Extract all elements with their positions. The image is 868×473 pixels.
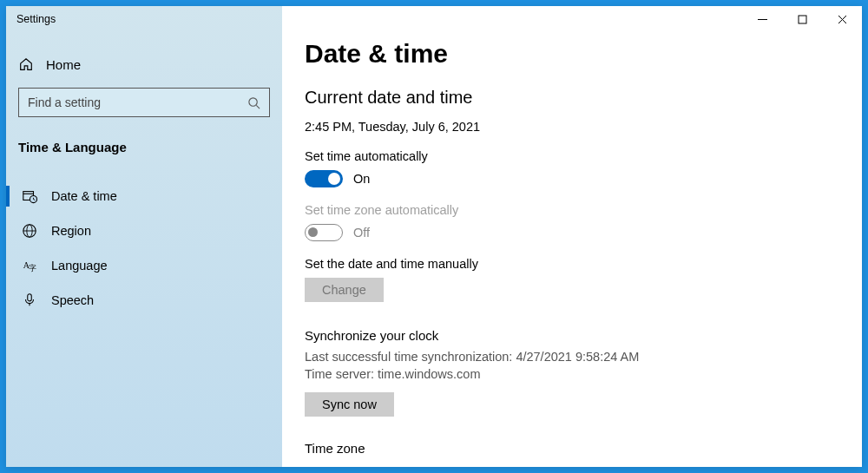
auto-tz-toggle[interactable] — [305, 224, 343, 241]
nav-item-region[interactable]: Region — [6, 214, 282, 248]
globe-icon — [22, 223, 37, 239]
auto-time-state: On — [353, 172, 370, 186]
current-heading: Current date and time — [305, 88, 845, 108]
close-button[interactable] — [822, 6, 862, 32]
nav-label: Language — [51, 259, 108, 273]
nav-label: Speech — [51, 293, 94, 307]
home-icon — [18, 56, 34, 72]
timezone-heading: Time zone — [305, 441, 845, 456]
minimize-button[interactable] — [742, 6, 782, 32]
auto-tz-state: Off — [353, 226, 370, 240]
sidebar: Settings Home Find a setting Time & Lang… — [6, 6, 282, 467]
nav-item-language[interactable]: A字 Language — [6, 248, 282, 283]
window-controls — [742, 6, 862, 32]
main-content: Date & time Current date and time 2:45 P… — [282, 6, 862, 467]
page-title: Date & time — [305, 39, 845, 69]
search-placeholder: Find a setting — [28, 95, 101, 109]
auto-time-label: Set time automatically — [305, 149, 845, 163]
svg-rect-16 — [28, 294, 32, 301]
search-icon — [247, 96, 260, 109]
manual-label: Set the date and time manually — [305, 257, 845, 271]
sync-server: Time server: time.windows.com — [305, 365, 845, 383]
sync-now-button[interactable]: Sync now — [305, 392, 394, 417]
home-link[interactable]: Home — [6, 48, 282, 81]
nav-item-date-time[interactable]: Date & time — [6, 179, 282, 214]
sync-heading: Synchronize your clock — [305, 328, 845, 343]
change-button[interactable]: Change — [305, 278, 384, 302]
maximize-button[interactable] — [782, 6, 822, 32]
auto-time-toggle[interactable] — [305, 170, 343, 187]
nav-label: Region — [51, 224, 91, 238]
svg-line-5 — [256, 105, 260, 108]
nav-item-speech[interactable]: Speech — [6, 283, 282, 318]
current-datetime: 2:45 PM, Tuesday, July 6, 2021 — [305, 120, 845, 134]
sync-last: Last successful time synchronization: 4/… — [305, 348, 845, 365]
category-heading: Time & Language — [6, 129, 282, 167]
language-icon: A字 — [22, 258, 37, 273]
settings-window: Settings Home Find a setting Time & Lang… — [6, 6, 862, 467]
svg-point-4 — [249, 97, 257, 105]
sync-info: Last successful time synchronization: 4/… — [305, 348, 845, 384]
home-label: Home — [46, 57, 81, 72]
svg-text:字: 字 — [29, 264, 36, 273]
svg-rect-1 — [799, 16, 806, 23]
main-scroll-region[interactable]: Date & time Current date and time 2:45 P… — [305, 23, 862, 467]
nav-label: Date & time — [51, 189, 117, 203]
search-input[interactable]: Find a setting — [18, 88, 270, 117]
calendar-clock-icon — [22, 188, 37, 204]
microphone-icon — [22, 292, 37, 308]
auto-tz-label: Set time zone automatically — [305, 203, 845, 217]
nav-list: Date & time Region A字 Language — [6, 179, 282, 318]
window-title: Settings — [6, 6, 282, 30]
